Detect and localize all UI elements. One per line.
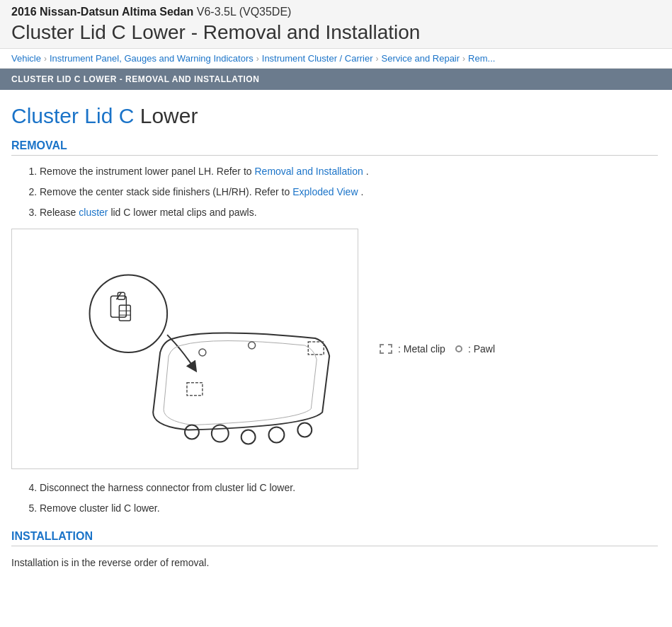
- svg-rect-12: [308, 342, 324, 355]
- installation-section: INSTALLATION Installation is in the reve…: [11, 530, 658, 570]
- installation-text: Installation is in the reverse order of …: [11, 555, 658, 570]
- vehicle-spec: V6-3.5L (VQ35DE): [197, 6, 292, 18]
- legend-pawl-text: : Pawl: [468, 343, 495, 355]
- installation-heading: INSTALLATION: [11, 530, 658, 546]
- step-4: Disconnect the harness connector from cl…: [40, 481, 658, 495]
- section-header-label: CLUSTER LID C LOWER - REMOVAL AND INSTAL…: [11, 74, 259, 84]
- removal-section: REMOVAL Remove the instrument lower pane…: [11, 139, 658, 516]
- top-bar: 2016 Nissan-Datsun Altima Sedan V6-3.5L …: [0, 0, 672, 49]
- step-5-text: Remove cluster lid C lower.: [40, 502, 160, 514]
- svg-point-9: [269, 427, 285, 443]
- step-1-link[interactable]: Removal and Installation: [254, 166, 363, 177]
- step-1: Remove the instrument lower panel LH. Re…: [40, 164, 658, 179]
- step-1-text-before: Remove the instrument lower panel LH. Re…: [40, 166, 254, 177]
- breadcrumb-sep-3: ›: [376, 54, 379, 64]
- breadcrumb-sep-2: ›: [256, 54, 259, 64]
- step-1-text-after: .: [366, 166, 369, 177]
- svg-point-8: [241, 430, 256, 444]
- doc-title-highlight: Cluster Lid C: [11, 104, 134, 127]
- breadcrumb-instrument-panel[interactable]: Instrument Panel, Gauges and Warning Ind…: [50, 53, 254, 64]
- vehicle-bold: 2016 Nissan-Datsun Altima Sedan: [11, 6, 193, 18]
- step-2: Remove the center stack side finishers (…: [40, 185, 658, 200]
- step-2-link[interactable]: Exploded View: [292, 186, 358, 197]
- step-2-text-after: .: [360, 186, 363, 197]
- breadcrumb: Vehicle › Instrument Panel, Gauges and W…: [0, 49, 672, 69]
- step-3-text-before: Release: [40, 207, 79, 218]
- breadcrumb-sep-1: ›: [44, 54, 47, 64]
- svg-point-0: [90, 275, 168, 352]
- svg-rect-13: [187, 383, 203, 396]
- step-3-text-after: lid C lower metal clips and pawls.: [110, 207, 256, 218]
- vehicle-title: 2016 Nissan-Datsun Altima Sedan V6-3.5L …: [11, 6, 661, 18]
- legend-metal-clip-icon: [380, 344, 392, 354]
- step-4-text: Disconnect the harness connector from cl…: [40, 482, 295, 493]
- breadcrumb-sep-4: ›: [462, 54, 465, 64]
- svg-point-7: [212, 425, 229, 442]
- svg-point-10: [297, 423, 312, 437]
- breadcrumb-instrument-cluster[interactable]: Instrument Cluster / Carrier: [262, 53, 373, 64]
- doc-title-rest: Lower: [134, 104, 198, 127]
- steps-list-2: Disconnect the harness connector from cl…: [40, 481, 658, 516]
- svg-point-15: [249, 342, 256, 349]
- step-3-link[interactable]: cluster: [79, 207, 108, 218]
- step-2-text-before: Remove the center stack side finishers (…: [40, 186, 292, 197]
- figure-legend: : Metal clip : Pawl: [380, 343, 495, 355]
- steps-list: Remove the instrument lower panel LH. Re…: [40, 164, 658, 220]
- legend-metal-clip-text: : Metal clip: [398, 343, 445, 355]
- step-5: Remove cluster lid C lower.: [40, 501, 658, 516]
- doc-title: Cluster Lid C Lower: [11, 104, 658, 128]
- removal-heading: REMOVAL: [11, 139, 658, 156]
- svg-point-14: [199, 349, 206, 356]
- breadcrumb-rem[interactable]: Rem...: [468, 53, 495, 64]
- figure-svg: [12, 229, 358, 469]
- svg-point-11: [185, 425, 199, 439]
- step-3: Release cluster lid C lower metal clips …: [40, 205, 658, 220]
- page-title: Cluster Lid C Lower - Removal and Instal…: [11, 21, 661, 44]
- figure-area: : Metal clip : Pawl: [11, 229, 658, 469]
- legend-pawl-icon: [455, 345, 462, 352]
- figure-box: [11, 229, 358, 469]
- section-header-bar: CLUSTER LID C LOWER - REMOVAL AND INSTAL…: [0, 69, 672, 90]
- svg-rect-4: [119, 305, 130, 321]
- breadcrumb-vehicle[interactable]: Vehicle: [11, 53, 41, 64]
- breadcrumb-service-repair[interactable]: Service and Repair: [382, 53, 460, 64]
- main-content: Cluster Lid C Lower REMOVAL Remove the i…: [0, 90, 672, 585]
